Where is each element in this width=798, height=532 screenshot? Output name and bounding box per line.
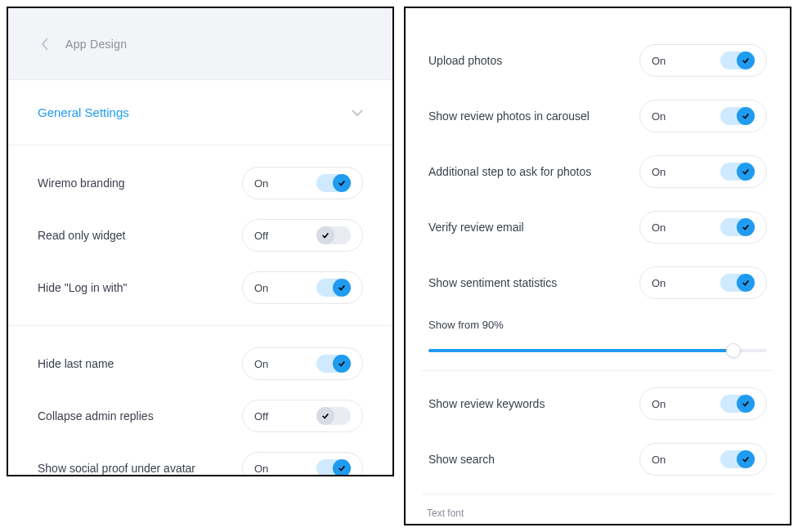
label-askphotos: Additional step to ask for photos [428,165,591,178]
toggle-verify[interactable]: On [639,211,767,244]
section-title: General Settings [38,105,129,119]
toggle-upload[interactable]: On [639,44,767,77]
toggle-social[interactable]: On [242,452,363,476]
label-verify: Verify review email [428,221,524,234]
label-collapse: Collapse admin replies [38,409,154,422]
toggle-hidelogin[interactable]: On [242,271,363,304]
toggle-askphotos[interactable]: On [639,155,767,188]
toggle-state-text: On [652,110,666,123]
toggle-state-text: On [254,282,268,294]
header-back[interactable]: App Design [8,8,392,80]
font-section-label: Text font [422,507,773,525]
toggle-search[interactable]: On [639,443,767,476]
toggle-state-text: On [652,221,666,234]
toggle-state-text: On [254,177,268,190]
slider-label: Show from 90% [428,319,767,331]
label-upload: Upload photos [428,54,502,67]
label-keywords: Show review keywords [428,397,545,410]
toggle-state-text: On [254,358,268,370]
toggle-state-text: On [652,454,666,466]
slider-thumb[interactable] [726,343,741,358]
label-hidelogin: Hide "Log in with" [38,281,128,294]
toggle-state-text: On [652,166,666,178]
chevron-down-icon [352,109,363,117]
label-carousel: Show review photos in carousel [428,110,590,123]
toggle-state-text: Off [254,410,268,422]
toggle-readonly[interactable]: Off [242,219,363,252]
toggle-branding[interactable]: On [242,167,363,199]
toggle-state-text: On [652,55,666,67]
label-branding: Wiremo branding [38,177,125,190]
label-social: Show social proof under avatar [38,462,195,475]
toggle-state-text: On [254,463,268,475]
toggle-sentiment[interactable]: On [639,266,767,299]
sentiment-threshold-slider[interactable] [428,349,767,352]
toggle-state-text: Off [254,230,268,242]
toggle-keywords[interactable]: On [639,387,767,420]
label-search: Show search [428,453,495,466]
slider-fill [428,349,733,352]
label-readonly: Read only widget [38,229,125,242]
toggle-collapse[interactable]: Off [242,400,363,432]
toggle-state-text: On [652,398,666,410]
header-title: App Design [65,38,127,51]
label-sentiment: Show sentiment statistics [428,276,557,289]
label-hidelast: Hide last name [38,357,114,370]
section-general-settings[interactable]: General Settings [8,80,392,145]
toggle-hidelast[interactable]: On [242,347,363,380]
chevron-left-icon [41,38,49,51]
toggle-carousel[interactable]: On [639,100,767,132]
toggle-state-text: On [652,277,666,289]
